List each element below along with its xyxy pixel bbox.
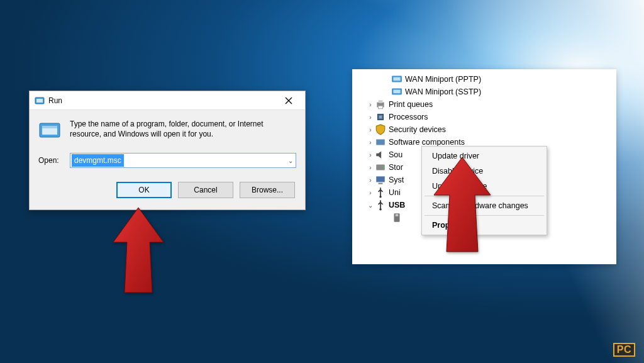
disk-icon bbox=[375, 162, 386, 172]
tree-item[interactable]: Processors bbox=[352, 111, 616, 123]
run-app-icon bbox=[38, 119, 61, 142]
run-titlebar[interactable]: Run bbox=[30, 91, 305, 110]
tree-arrow-icon[interactable] bbox=[366, 126, 375, 133]
cancel-button[interactable]: Cancel bbox=[178, 182, 233, 198]
open-combobox-value: devmgmt.msc bbox=[72, 154, 124, 167]
svg-rect-22 bbox=[396, 214, 399, 216]
annotation-arrow-ok bbox=[107, 208, 170, 296]
tree-item-label: Print queues bbox=[386, 100, 433, 109]
svg-point-20 bbox=[379, 208, 381, 210]
run-message: Type the name of a program, folder, docu… bbox=[70, 119, 296, 142]
cpu-icon bbox=[375, 112, 386, 122]
tree-item-label: Processors bbox=[386, 113, 428, 121]
tree-item-label: WAN Miniport (SSTP) bbox=[402, 87, 481, 96]
svg-point-16 bbox=[382, 167, 384, 168]
run-title: Run bbox=[48, 96, 276, 105]
watermark: PC bbox=[613, 343, 635, 357]
usb-icon bbox=[375, 187, 386, 198]
tree-item[interactable]: Security devices bbox=[352, 123, 616, 136]
watermark-pc: PC bbox=[613, 343, 635, 357]
network-icon bbox=[391, 74, 402, 84]
ok-button[interactable]: OK bbox=[116, 182, 172, 198]
usb-icon bbox=[375, 200, 386, 210]
tree-arrow-icon[interactable] bbox=[366, 114, 375, 121]
tree-item-label: Syst bbox=[386, 176, 404, 184]
tree-item-label: Software components bbox=[386, 138, 465, 147]
run-body: Type the name of a program, folder, docu… bbox=[30, 110, 305, 209]
svg-rect-10 bbox=[379, 100, 383, 103]
browse-button[interactable]: Browse... bbox=[240, 182, 295, 198]
tree-item[interactable]: WAN Miniport (PPTP) bbox=[352, 73, 616, 86]
shield-icon bbox=[375, 125, 386, 135]
close-button[interactable] bbox=[276, 93, 301, 108]
printer-icon bbox=[375, 99, 386, 109]
tree-item-label: Security devices bbox=[386, 125, 446, 134]
svg-rect-8 bbox=[393, 90, 400, 94]
open-combobox[interactable]: devmgmt.msc ⌄ bbox=[70, 153, 296, 168]
run-dialog: Run Type the name of a program, folder, … bbox=[29, 91, 306, 210]
tree-arrow-icon[interactable] bbox=[366, 202, 375, 209]
annotation-arrow-update-driver bbox=[428, 157, 497, 255]
tree-arrow-icon[interactable] bbox=[366, 177, 375, 184]
svg-rect-14 bbox=[376, 140, 385, 145]
chevron-down-icon: ⌄ bbox=[288, 157, 293, 164]
network-icon bbox=[391, 87, 402, 97]
close-icon bbox=[285, 97, 292, 104]
svg-rect-11 bbox=[379, 106, 383, 109]
svg-rect-17 bbox=[376, 176, 385, 182]
usb-device-icon bbox=[391, 213, 402, 223]
system-icon bbox=[375, 175, 386, 185]
tree-arrow-icon[interactable] bbox=[366, 139, 375, 146]
svg-rect-13 bbox=[379, 116, 382, 119]
component-icon bbox=[375, 137, 386, 147]
svg-point-19 bbox=[379, 196, 381, 198]
tree-arrow-icon[interactable] bbox=[366, 101, 375, 108]
tree-item-label: Stor bbox=[386, 163, 403, 172]
tree-item-label: Uni bbox=[386, 188, 401, 197]
tree-arrow-icon[interactable] bbox=[366, 164, 375, 171]
run-title-icon bbox=[35, 96, 45, 106]
svg-rect-1 bbox=[36, 99, 43, 103]
tree-arrow-icon[interactable] bbox=[366, 189, 375, 196]
tree-item[interactable]: Print queues bbox=[352, 98, 616, 111]
tree-item-label: USB bbox=[386, 201, 405, 209]
run-buttons: OK Cancel Browse... bbox=[38, 182, 296, 198]
svg-rect-18 bbox=[379, 183, 383, 184]
tree-item[interactable]: WAN Miniport (SSTP) bbox=[352, 86, 616, 98]
svg-rect-6 bbox=[393, 77, 400, 81]
tree-item-label: WAN Miniport (PPTP) bbox=[402, 75, 481, 84]
sound-icon bbox=[375, 150, 386, 160]
svg-rect-4 bbox=[42, 126, 57, 128]
tree-arrow-icon[interactable] bbox=[366, 152, 375, 159]
tree-item-label: Sou bbox=[386, 150, 402, 159]
open-label: Open: bbox=[38, 156, 64, 165]
